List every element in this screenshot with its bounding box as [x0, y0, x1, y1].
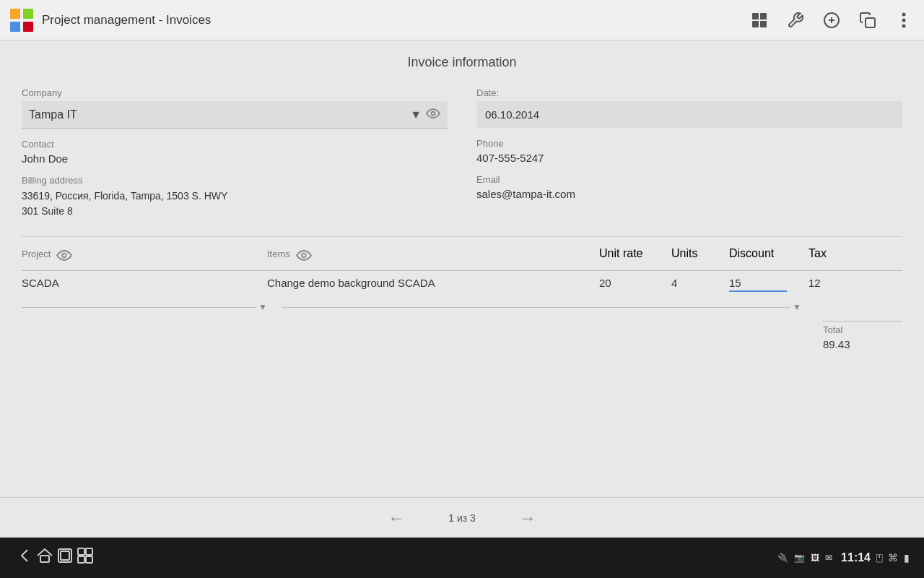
project-label: Project [22, 249, 51, 259]
svg-rect-7 [760, 21, 767, 27]
project-col-header: Project [22, 244, 267, 263]
date-value[interactable]: 06.10.2014 [476, 101, 902, 128]
company-field[interactable]: Tampa IT ▼ [22, 101, 448, 129]
svg-rect-22 [86, 548, 92, 555]
recent-nav-icon[interactable] [55, 545, 75, 570]
total-section: Total 89.43 [823, 321, 902, 350]
contact-value: John Doe [22, 152, 448, 165]
project-cell: SCADA [22, 277, 267, 290]
more-icon[interactable] [892, 9, 915, 32]
svg-rect-4 [752, 13, 759, 20]
svg-point-16 [63, 254, 67, 258]
svg-rect-1 [23, 9, 33, 19]
unit-rate-cell: 20 [599, 277, 671, 289]
svg-point-14 [902, 24, 906, 27]
title-bar-actions [748, 9, 915, 32]
right-column: Date: 06.10.2014 Phone 407-555-5247 Emai… [476, 87, 902, 219]
svg-point-17 [302, 254, 306, 258]
items-label: Items [267, 249, 290, 259]
total-value: 89.43 [823, 335, 902, 350]
tax-cell: 12 [808, 277, 881, 289]
battery-icon: ▮ [904, 552, 910, 564]
next-page-button[interactable]: → [519, 508, 536, 528]
company-value: Tampa IT [29, 108, 410, 121]
svg-point-13 [902, 18, 906, 22]
wifi-icon: ⌘ [888, 552, 898, 564]
dropdown-arrow-icon: ▼ [410, 108, 422, 121]
company-label: Company [22, 87, 448, 98]
status-bar: 🔌 📷 🖼 ✉ 11:14 ⍞ ⌘ ▮ [777, 551, 910, 564]
total-label: Total [823, 324, 902, 335]
grid-nav-icon[interactable] [75, 545, 95, 570]
email-label: Email [476, 174, 902, 185]
table-row: SCADA Change demo background SCADA 20 4 … [22, 270, 902, 296]
invoice-info-grid: Company Tampa IT ▼ Contact John Doe Bill… [22, 87, 902, 219]
add-icon[interactable] [820, 9, 843, 32]
item-value: Change demo background SCADA [267, 277, 435, 289]
app-logo [9, 7, 35, 33]
company-eye-icon[interactable] [426, 107, 440, 122]
grid-icon[interactable] [748, 9, 771, 32]
svg-rect-0 [10, 9, 20, 19]
total-row: Total 89.43 [22, 321, 902, 350]
project-value: SCADA [22, 277, 59, 289]
svg-rect-20 [61, 551, 69, 560]
page-info: 1 из 3 [448, 512, 476, 524]
project-underline [22, 307, 256, 308]
title-bar: Project management - Invoices [0, 0, 924, 40]
home-nav-icon[interactable] [35, 545, 55, 570]
back-nav-icon[interactable] [14, 545, 35, 570]
items-section: Project Items [22, 236, 902, 350]
numeric-headers: Unit rate Units Discount Tax [599, 247, 902, 260]
units-header: Units [671, 247, 729, 260]
svg-rect-11 [866, 18, 875, 27]
items-header-row: Project Items [22, 244, 902, 263]
date-label: Date: [476, 87, 902, 98]
svg-rect-6 [752, 21, 759, 27]
unit-rate-header: Unit rate [599, 247, 671, 260]
item-dropdown-arrow-icon[interactable]: ▼ [790, 302, 801, 312]
tax-header: Tax [808, 247, 881, 260]
left-column: Company Tampa IT ▼ Contact John Doe Bill… [22, 87, 448, 219]
svg-rect-2 [10, 22, 20, 32]
item-cell: Change demo background SCADA [267, 277, 599, 290]
pagination-bar: ← 1 из 3 → [0, 497, 924, 538]
phone-label: Phone [476, 138, 902, 149]
project-eye-icon[interactable] [56, 244, 72, 263]
prev-page-button[interactable]: ← [388, 508, 405, 528]
units-cell: 4 [671, 277, 729, 289]
email-value: sales@tampa-it.com [476, 188, 902, 200]
email-icon: ✉ [825, 553, 832, 563]
discount-input[interactable] [729, 275, 787, 292]
billing-address-label: Billing address [22, 175, 448, 186]
svg-rect-24 [86, 556, 92, 563]
nav-bar: 🔌 📷 🖼 ✉ 11:14 ⍞ ⌘ ▮ [0, 538, 924, 578]
contact-label: Contact [22, 139, 448, 150]
discount-cell[interactable] [729, 275, 808, 292]
discount-header: Discount [729, 247, 808, 260]
svg-rect-23 [78, 556, 84, 563]
time-display: 11:14 [841, 551, 871, 564]
items-eye-icon[interactable] [296, 244, 312, 263]
project-dropdown-arrow-icon[interactable]: ▼ [256, 302, 267, 312]
invoice-heading: Invoice information [22, 55, 902, 70]
copy-icon[interactable] [856, 9, 879, 32]
usb-icon: 🔌 [777, 553, 788, 563]
svg-rect-3 [23, 22, 33, 32]
svg-rect-18 [40, 556, 49, 562]
item-underline [282, 307, 790, 308]
image-icon: 🖼 [811, 553, 819, 563]
tools-icon[interactable] [784, 9, 807, 32]
phone-value: 407-555-5247 [476, 152, 902, 164]
svg-point-15 [432, 112, 435, 116]
svg-rect-21 [78, 548, 84, 555]
items-col-header: Items [267, 244, 599, 263]
page-title: Project management - Invoices [42, 13, 741, 27]
main-content: Invoice information Company Tampa IT ▼ C… [0, 40, 924, 497]
bluetooth-icon: ⍞ [876, 552, 882, 564]
svg-rect-5 [760, 13, 767, 20]
dropdown-row: ▼ ▼ [22, 296, 902, 318]
numeric-cells: 20 4 12 [599, 275, 902, 292]
svg-point-12 [902, 12, 906, 16]
billing-address-value: 33619, Россия, Florida, Tampa, 1503 S. H… [22, 189, 448, 219]
